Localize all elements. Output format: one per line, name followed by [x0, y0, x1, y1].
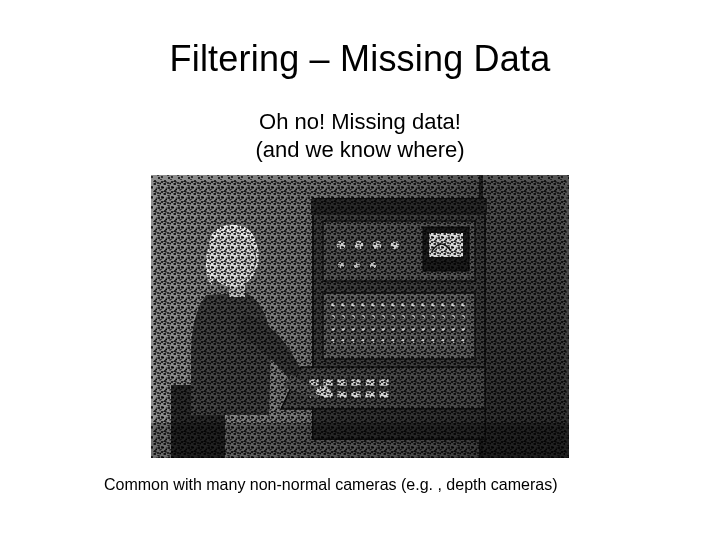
- slide-subtitle: Oh no! Missing data! (and we know where): [0, 108, 720, 163]
- subtitle-line-1: Oh no! Missing data!: [259, 109, 461, 134]
- slide-title: Filtering – Missing Data: [0, 38, 720, 80]
- slide: Filtering – Missing Data Oh no! Missing …: [0, 0, 720, 540]
- slide-image: [151, 175, 569, 458]
- slide-caption: Common with many non-normal cameras (e.g…: [0, 476, 720, 494]
- svg-rect-101: [151, 181, 565, 458]
- subtitle-line-2: (and we know where): [255, 137, 464, 162]
